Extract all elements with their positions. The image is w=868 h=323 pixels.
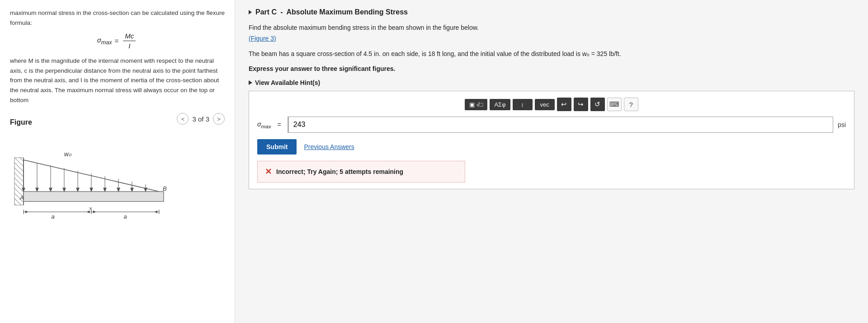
next-figure-button[interactable]: > [213, 113, 225, 125]
figure-area: w₀ A B a × a [10, 133, 225, 237]
answer-input[interactable] [288, 117, 833, 133]
svg-text:a: a [51, 213, 54, 220]
figure-navigation: < 3 of 3 > [177, 113, 225, 125]
w0-label: w₀ [64, 150, 72, 158]
svg-marker-22 [117, 188, 120, 192]
refresh-button[interactable]: ↺ [590, 98, 605, 111]
undo-button[interactable]: ↩ [557, 98, 571, 111]
sqrt-icon: ▣ [469, 101, 475, 108]
intro-text: maximum normal stress in the cross-secti… [10, 8, 225, 28]
express-label: Express your answer to three significant… [249, 64, 854, 75]
b-label: B [163, 185, 167, 192]
svg-marker-23 [131, 188, 133, 192]
figure-label: Figure [10, 118, 32, 126]
math-toolbar: ▣ √□ ΑΣφ ↕ vec ↩ ↪ ↺ ⌨ [257, 98, 846, 111]
svg-marker-24 [144, 188, 147, 192]
formula-numerator: Mc [123, 32, 136, 41]
description-line1: Find the absolute maximum bending stress… [249, 23, 854, 44]
redo-button[interactable]: ↪ [574, 98, 588, 111]
sigma-label: σmax [257, 121, 271, 129]
svg-marker-20 [90, 188, 93, 192]
separator: - [280, 8, 283, 16]
vec-button[interactable]: vec [535, 99, 555, 110]
answer-input-row: σmax = psi [257, 117, 846, 133]
part-label: Part C [255, 8, 277, 16]
svg-marker-19 [76, 188, 79, 192]
greek-button[interactable]: ΑΣφ [490, 99, 510, 110]
keyboard-icon: ⌨ [609, 100, 619, 108]
a-label: A [19, 194, 24, 201]
equals-sign: = [277, 121, 281, 128]
prev-figure-button[interactable]: < [177, 113, 189, 125]
sqrt-label: √□ [476, 101, 483, 108]
unit-label: psi [838, 121, 846, 128]
formula-equals: = [114, 37, 118, 45]
description-line2: The beam has a square cross-section of 4… [249, 49, 854, 60]
submit-button[interactable]: Submit [257, 139, 297, 154]
left-panel: maximum normal stress in the cross-secti… [0, 0, 235, 323]
formula-display: σmax = Mc I [10, 32, 225, 50]
formula-fraction: Mc I [123, 32, 136, 50]
part-header: Part C - Absolute Maximum Bending Stress [249, 8, 854, 16]
svg-marker-29 [25, 211, 28, 213]
redo-icon: ↪ [578, 100, 584, 108]
svg-marker-35 [93, 211, 96, 213]
figure-nav-row: Figure < 3 of 3 > [10, 112, 225, 126]
previous-answers-link[interactable]: Previous Answers [304, 143, 354, 150]
where-text: where M is the magnitude of the internal… [10, 56, 225, 105]
figure3-link[interactable]: (Figure 3) [249, 35, 276, 42]
error-icon: ✕ [265, 167, 272, 177]
help-icon: ? [629, 101, 632, 108]
hint-row[interactable]: View Available Hint(s) [249, 79, 854, 86]
error-text: Incorrect; Try Again; 5 attempts remaini… [276, 168, 403, 175]
load-arrows [22, 160, 159, 192]
hint-label: View Available Hint(s) [255, 79, 320, 86]
svg-rect-25 [24, 192, 164, 201]
svg-marker-21 [104, 188, 106, 192]
svg-marker-18 [63, 188, 66, 192]
error-box: ✕ Incorrect; Try Again; 5 attempts remai… [257, 161, 465, 183]
figure-count: 3 of 3 [192, 115, 209, 123]
svg-marker-16 [36, 188, 38, 192]
greek-label: ΑΣφ [494, 101, 505, 108]
collapse-icon[interactable] [249, 10, 252, 14]
beam-diagram: w₀ A B a × a [10, 133, 177, 223]
refresh-icon: ↺ [594, 100, 600, 108]
updown-icon: ↕ [521, 101, 524, 108]
part-title: Absolute Maximum Bending Stress [286, 8, 408, 16]
desc1-text: Find the absolute maximum bending stress… [249, 24, 479, 31]
svg-text:×: × [89, 206, 92, 212]
formula-sigma-max: σmax [97, 36, 112, 46]
hint-triangle-icon [249, 80, 252, 85]
svg-marker-36 [155, 211, 157, 213]
vec-label: vec [540, 101, 549, 108]
formula-denominator: I [127, 41, 132, 50]
undo-icon: ↩ [561, 100, 567, 108]
help-button[interactable]: ? [624, 98, 638, 111]
sqrt-button[interactable]: ▣ √□ [465, 99, 487, 110]
action-row: Submit Previous Answers [257, 139, 846, 154]
keyboard-button[interactable]: ⌨ [607, 98, 622, 111]
right-panel: Part C - Absolute Maximum Bending Stress… [235, 0, 868, 323]
svg-text:a: a [123, 213, 127, 220]
answer-box: ▣ √□ ΑΣφ ↕ vec ↩ ↪ ↺ ⌨ [249, 91, 854, 189]
updown-button[interactable]: ↕ [513, 99, 533, 110]
svg-marker-17 [49, 188, 52, 192]
